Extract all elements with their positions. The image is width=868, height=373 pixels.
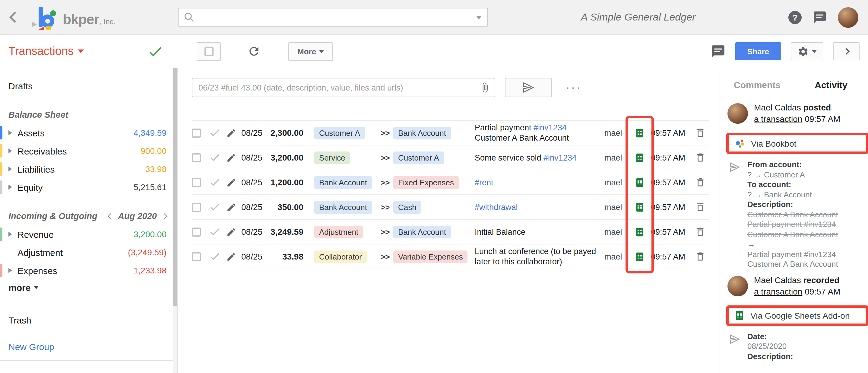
sheets-origin-icon[interactable] — [628, 152, 651, 163]
hashtag-link[interactable]: #inv1234 — [544, 153, 577, 162]
back-chevron-icon[interactable] — [9, 12, 21, 23]
expand-arrow-icon[interactable] — [8, 232, 12, 237]
expand-arrow-icon[interactable] — [8, 185, 12, 190]
view-selector[interactable]: Transactions — [8, 45, 84, 58]
detail-value: 08/25/2020 — [747, 342, 793, 351]
sidebar-group-assets[interactable]: Assets4,349.59 — [0, 124, 177, 142]
account-chip-to[interactable]: Variable Expenses — [393, 250, 468, 263]
hashtag-link[interactable]: #rent — [475, 178, 493, 187]
new-transaction-input[interactable] — [192, 78, 495, 97]
edit-pencil-icon[interactable] — [221, 177, 241, 188]
trash-icon[interactable] — [692, 177, 709, 188]
activity-panel: CommentsActivity Mael Caldas posteda tra… — [720, 68, 868, 373]
sheets-origin-icon[interactable] — [628, 128, 651, 138]
approve-check-icon[interactable] — [208, 226, 221, 238]
account-chip-from[interactable]: Bank Account — [314, 201, 372, 213]
row-checkbox[interactable] — [192, 128, 201, 137]
trash-icon[interactable] — [692, 202, 709, 212]
row-checkbox[interactable] — [192, 178, 201, 187]
sidebar-group-equity[interactable]: Equity5,215.61 — [0, 178, 177, 196]
account-chip-from[interactable]: Customer A — [314, 126, 365, 139]
sheets-origin-icon[interactable] — [628, 202, 651, 212]
account-chip-from[interactable]: Collaborator — [314, 250, 367, 263]
hashtag-link[interactable]: #inv1234 — [533, 123, 567, 132]
new-group-link[interactable]: New Group — [0, 337, 177, 355]
trash-icon[interactable] — [692, 226, 709, 237]
composer-more-options[interactable]: ··· — [566, 82, 583, 93]
edit-pencil-icon[interactable] — [221, 251, 241, 262]
search-input[interactable] — [178, 8, 488, 27]
expand-arrow-icon[interactable] — [8, 148, 12, 153]
next-month-icon[interactable] — [161, 213, 167, 219]
approve-all-check-icon[interactable] — [147, 43, 163, 59]
approve-check-icon[interactable] — [208, 127, 221, 139]
sidebar-group-liabilities[interactable]: Liabilities33.98 — [0, 160, 177, 178]
account-chip-to[interactable]: Bank Account — [393, 126, 451, 139]
approve-check-icon[interactable] — [208, 251, 221, 262]
next-page-button[interactable] — [833, 42, 860, 60]
help-icon[interactable]: ? — [788, 10, 802, 24]
account-chip-to[interactable]: Bank Account — [393, 225, 451, 238]
sidebar-group-expenses[interactable]: Expenses1,233.98 — [0, 261, 177, 280]
more-button[interactable]: More — [288, 42, 333, 61]
settings-button[interactable] — [791, 42, 824, 60]
edit-pencil-icon[interactable] — [221, 202, 241, 212]
sheets-origin-icon[interactable] — [628, 227, 651, 237]
feedback-chat-icon[interactable] — [812, 10, 827, 24]
attachment-paperclip-icon[interactable] — [479, 82, 490, 93]
sidebar-item-trash[interactable]: Trash — [0, 311, 177, 329]
sidebar-group-revenue[interactable]: Revenue3,200.00 — [0, 225, 177, 243]
approve-check-icon[interactable] — [208, 176, 221, 188]
prev-month-icon[interactable] — [107, 213, 114, 219]
row-checkbox[interactable] — [192, 153, 201, 162]
select-all-button[interactable] — [197, 42, 221, 61]
group-color-strip — [0, 144, 2, 157]
scrollbar-thumb[interactable] — [173, 68, 177, 306]
account-chip-from[interactable]: Bank Account — [314, 176, 372, 189]
transaction-link[interactable]: a transaction — [754, 286, 802, 296]
hashtag-link[interactable]: #withdrawal — [475, 202, 518, 211]
expand-arrow-icon[interactable] — [8, 268, 12, 273]
sidebar-group-adjustment[interactable]: Adjustment(3,249.59) — [0, 243, 177, 261]
group-label: Adjustment — [18, 247, 63, 257]
account-chip-to[interactable]: Fixed Expenses — [393, 176, 459, 189]
share-button[interactable]: Share — [735, 42, 781, 60]
expand-arrow-icon[interactable] — [8, 131, 12, 135]
row-checkbox[interactable] — [192, 202, 201, 211]
trash-icon[interactable] — [692, 152, 709, 163]
sheets-origin-icon[interactable] — [628, 177, 651, 188]
account-chip-from[interactable]: Service — [314, 151, 350, 164]
edit-pencil-icon[interactable] — [221, 128, 241, 138]
sheets-origin-icon[interactable] — [628, 251, 651, 262]
search-dropdown-caret-icon[interactable] — [476, 16, 482, 19]
row-checkbox[interactable] — [192, 252, 201, 261]
tab-activity[interactable]: Activity — [794, 79, 868, 90]
sidebar-scrollbar[interactable] — [173, 68, 177, 373]
approve-check-icon[interactable] — [208, 201, 221, 213]
detail-struck: Partial payment #inv1234 — [747, 220, 838, 230]
edit-pencil-icon[interactable] — [221, 152, 241, 163]
bkper-logo[interactable]: bkper , Inc. — [32, 4, 115, 30]
via-label: Via Google Sheets Add-on — [750, 311, 850, 320]
transaction-link[interactable]: a transaction — [754, 114, 802, 124]
group-label: Assets — [18, 128, 44, 138]
trash-icon[interactable] — [692, 251, 709, 262]
row-checkbox[interactable] — [192, 227, 201, 236]
account-chip-to[interactable]: Customer A — [393, 151, 444, 164]
account-chip-from[interactable]: Adjustment — [314, 225, 363, 238]
approve-check-icon[interactable] — [208, 151, 221, 164]
account-chip-to[interactable]: Cash — [393, 201, 421, 213]
record-send-button[interactable] — [505, 78, 552, 97]
sidebar-group-receivables[interactable]: Receivables900.00 — [0, 142, 177, 160]
sidebar-more[interactable]: more — [0, 280, 177, 295]
row-checkbox-cell — [192, 128, 208, 137]
user-avatar[interactable] — [838, 7, 858, 27]
sidebar-item-drafts[interactable]: Drafts — [0, 77, 177, 95]
tab-comments[interactable]: Comments — [720, 79, 794, 90]
expand-arrow-icon[interactable] — [8, 167, 12, 171]
refresh-icon[interactable] — [247, 45, 260, 58]
comments-toggle-icon[interactable] — [711, 44, 726, 59]
transaction-row: 08/253,200.00Service>>Customer ASome ser… — [192, 145, 709, 170]
edit-pencil-icon[interactable] — [221, 227, 241, 237]
trash-icon[interactable] — [692, 127, 709, 138]
